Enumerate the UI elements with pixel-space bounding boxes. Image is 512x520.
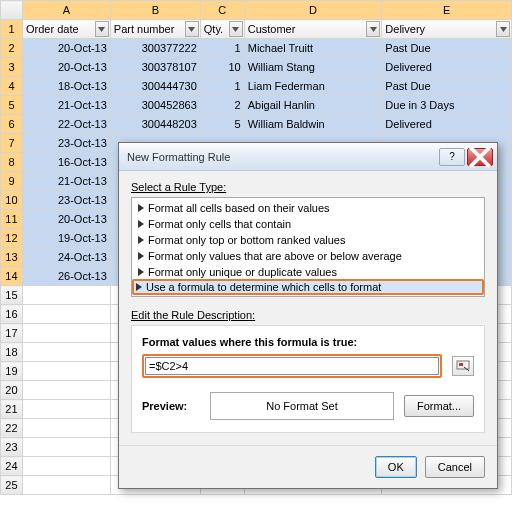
- cell[interactable]: 5: [200, 115, 244, 134]
- row-header[interactable]: 10: [1, 191, 23, 210]
- cell[interactable]: [22, 476, 110, 495]
- cell[interactable]: 300378107: [110, 58, 200, 77]
- cell[interactable]: Michael Truitt: [244, 39, 382, 58]
- col-header-a[interactable]: A: [22, 1, 110, 20]
- row-header[interactable]: 5: [1, 96, 23, 115]
- row-header[interactable]: 15: [1, 286, 23, 305]
- cell[interactable]: William Baldwin: [244, 115, 382, 134]
- table-header-cell[interactable]: Order date: [22, 20, 110, 39]
- cancel-button[interactable]: Cancel: [425, 456, 485, 478]
- row-header[interactable]: 18: [1, 343, 23, 362]
- row-header[interactable]: 19: [1, 362, 23, 381]
- cell[interactable]: [22, 381, 110, 400]
- cell[interactable]: [22, 286, 110, 305]
- cell[interactable]: 300448203: [110, 115, 200, 134]
- row-header[interactable]: 24: [1, 457, 23, 476]
- formula-input[interactable]: [145, 357, 439, 375]
- row-header[interactable]: 20: [1, 381, 23, 400]
- cell[interactable]: [22, 400, 110, 419]
- col-header-c[interactable]: C: [200, 1, 244, 20]
- rule-type-item[interactable]: Format only unique or duplicate values: [132, 264, 484, 280]
- row-header[interactable]: 13: [1, 248, 23, 267]
- rule-type-item[interactable]: Format only cells that contain: [132, 216, 484, 232]
- row-header[interactable]: 12: [1, 229, 23, 248]
- cell[interactable]: [22, 343, 110, 362]
- cell[interactable]: [22, 419, 110, 438]
- cell[interactable]: [22, 305, 110, 324]
- col-header-b[interactable]: B: [110, 1, 200, 20]
- row-header[interactable]: 3: [1, 58, 23, 77]
- rule-type-item[interactable]: Format only values that are above or bel…: [132, 248, 484, 264]
- row-header[interactable]: 1: [1, 20, 23, 39]
- cell[interactable]: 24-Oct-13: [22, 248, 110, 267]
- cell[interactable]: 2: [200, 96, 244, 115]
- filter-dropdown-button[interactable]: [366, 21, 380, 37]
- row-header[interactable]: 14: [1, 267, 23, 286]
- cell[interactable]: Liam Federman: [244, 77, 382, 96]
- rule-type-list[interactable]: Format all cells based on their values F…: [131, 197, 485, 297]
- cell[interactable]: Abigail Hanlin: [244, 96, 382, 115]
- cell[interactable]: William Stang: [244, 58, 382, 77]
- row-header[interactable]: 23: [1, 438, 23, 457]
- row-header[interactable]: 16: [1, 305, 23, 324]
- rule-type-item-selected[interactable]: Use a formula to determine which cells t…: [132, 279, 484, 295]
- table-header-cell[interactable]: Qty.: [200, 20, 244, 39]
- cell[interactable]: [22, 457, 110, 476]
- format-button[interactable]: Format...: [404, 395, 474, 417]
- cell[interactable]: 23-Oct-13: [22, 134, 110, 153]
- cell[interactable]: 300452863: [110, 96, 200, 115]
- cell[interactable]: 23-Oct-13: [22, 191, 110, 210]
- cell[interactable]: 300377222: [110, 39, 200, 58]
- cell[interactable]: Due in 3 Days: [382, 96, 512, 115]
- filter-dropdown-button[interactable]: [185, 21, 199, 37]
- cell[interactable]: Delivered: [382, 115, 512, 134]
- cell[interactable]: 1: [200, 39, 244, 58]
- cell[interactable]: Past Due: [382, 39, 512, 58]
- row-header[interactable]: 9: [1, 172, 23, 191]
- cell[interactable]: 300444730: [110, 77, 200, 96]
- cell[interactable]: [22, 324, 110, 343]
- cell[interactable]: 20-Oct-13: [22, 210, 110, 229]
- cell[interactable]: 20-Oct-13: [22, 58, 110, 77]
- cell[interactable]: Past Due: [382, 77, 512, 96]
- filter-dropdown-button[interactable]: [95, 21, 109, 37]
- help-button[interactable]: ?: [439, 148, 465, 166]
- row-header[interactable]: 2: [1, 39, 23, 58]
- row-header[interactable]: 17: [1, 324, 23, 343]
- dialog-titlebar[interactable]: New Formatting Rule ?: [119, 143, 497, 171]
- row-header[interactable]: 21: [1, 400, 23, 419]
- close-button[interactable]: [467, 148, 493, 166]
- cell[interactable]: 19-Oct-13: [22, 229, 110, 248]
- cell[interactable]: Delivered: [382, 58, 512, 77]
- cell[interactable]: 21-Oct-13: [22, 172, 110, 191]
- filter-dropdown-button[interactable]: [496, 21, 510, 37]
- row-header[interactable]: 7: [1, 134, 23, 153]
- rule-type-item[interactable]: Format only top or bottom ranked values: [132, 232, 484, 248]
- cell[interactable]: 20-Oct-13: [22, 39, 110, 58]
- table-header-cell[interactable]: Part number: [110, 20, 200, 39]
- range-selector-button[interactable]: [452, 356, 474, 376]
- table-header-cell[interactable]: Customer: [244, 20, 382, 39]
- col-header-d[interactable]: D: [244, 1, 382, 20]
- cell[interactable]: 22-Oct-13: [22, 115, 110, 134]
- cell[interactable]: [22, 438, 110, 457]
- ok-button[interactable]: OK: [375, 456, 417, 478]
- cell[interactable]: 10: [200, 58, 244, 77]
- col-header-e[interactable]: E: [382, 1, 512, 20]
- table-header-cell[interactable]: Delivery: [382, 20, 512, 39]
- cell[interactable]: 16-Oct-13: [22, 153, 110, 172]
- rule-type-item[interactable]: Format all cells based on their values: [132, 200, 484, 216]
- cell[interactable]: 26-Oct-13: [22, 267, 110, 286]
- row-header[interactable]: 22: [1, 419, 23, 438]
- select-all-corner[interactable]: [1, 1, 23, 20]
- filter-dropdown-button[interactable]: [229, 21, 243, 37]
- row-header[interactable]: 6: [1, 115, 23, 134]
- row-header[interactable]: 8: [1, 153, 23, 172]
- row-header[interactable]: 11: [1, 210, 23, 229]
- row-header[interactable]: 4: [1, 77, 23, 96]
- cell[interactable]: 18-Oct-13: [22, 77, 110, 96]
- cell[interactable]: [22, 362, 110, 381]
- cell[interactable]: 21-Oct-13: [22, 96, 110, 115]
- row-header[interactable]: 25: [1, 476, 23, 495]
- cell[interactable]: 1: [200, 77, 244, 96]
